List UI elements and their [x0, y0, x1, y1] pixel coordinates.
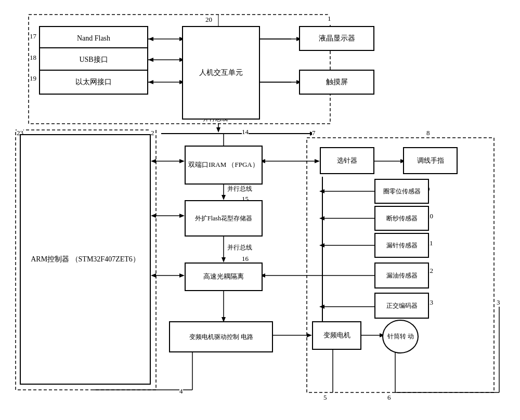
oil-leak-block: 漏油传感器	[374, 262, 429, 288]
parallel-bus-label-mid: 并行总线	[227, 185, 252, 193]
diagram-container: 20 1 17 18 19 21 22 23 2 14 7 8 9 10 11 …	[0, 0, 520, 420]
svg-marker-39	[222, 195, 226, 200]
svg-marker-34	[151, 273, 156, 278]
encoder-block: 正交编码器	[374, 293, 429, 319]
cylinder-block: 针筒转 动	[382, 320, 419, 353]
label-6: 6	[387, 393, 391, 402]
ethernet-block: 以太网接口	[39, 70, 148, 95]
svg-marker-10	[148, 58, 153, 62]
tune-finger-block: 调线手指	[403, 147, 458, 174]
svg-marker-27	[179, 159, 185, 163]
parallel-bus-label-mid2: 并行总线	[227, 243, 252, 252]
label-14: 14	[242, 128, 249, 136]
svg-marker-31	[151, 214, 156, 218]
dual-ram-block: 双端口IRAM （FPGA）	[185, 146, 263, 185]
svg-marker-50	[315, 159, 320, 163]
svg-marker-14	[148, 80, 153, 84]
label-2: 2	[151, 129, 154, 137]
zero-sensor-block: 圈零位传感器	[374, 179, 429, 204]
label-16: 16	[242, 255, 249, 263]
vfd-circuit-block: 变频电机驱动控制 电路	[169, 321, 273, 352]
arm-block: ARM控制器 （STM32F407ZET6）	[20, 134, 151, 385]
needle-miss-block: 漏针传感器	[374, 233, 429, 258]
label-1: 1	[328, 15, 331, 23]
needle-selector-block: 选针器	[320, 147, 374, 174]
svg-marker-42	[222, 257, 226, 262]
usb-block: USB接口	[39, 47, 148, 72]
label-20: 20	[205, 16, 212, 24]
label-8: 8	[426, 129, 430, 137]
label-5: 5	[323, 393, 327, 402]
label-7: 7	[312, 129, 316, 137]
label-18: 18	[30, 54, 36, 62]
label-17: 17	[30, 32, 36, 41]
yarn-break-block: 断纱传感器	[374, 206, 429, 231]
label-3: 3	[497, 298, 500, 307]
svg-marker-28	[151, 159, 156, 163]
flash-storage-block: 外扩Flash花型存储器	[185, 200, 263, 237]
label-19: 19	[30, 74, 36, 83]
label-4: 4	[179, 387, 183, 396]
svg-marker-33	[179, 273, 185, 278]
svg-marker-23	[216, 127, 220, 133]
svg-marker-6	[148, 37, 153, 41]
optocoupler-block: 高速光耦隔离	[185, 262, 263, 291]
svg-marker-30	[179, 214, 185, 218]
hmi-block: 人机交互单元	[182, 26, 260, 120]
touchscreen-block: 触摸屏	[299, 70, 374, 95]
svg-marker-46	[307, 333, 312, 337]
vfd-motor-block: 变频电机	[312, 321, 361, 350]
lcd-block: 液晶显示器	[299, 26, 374, 51]
